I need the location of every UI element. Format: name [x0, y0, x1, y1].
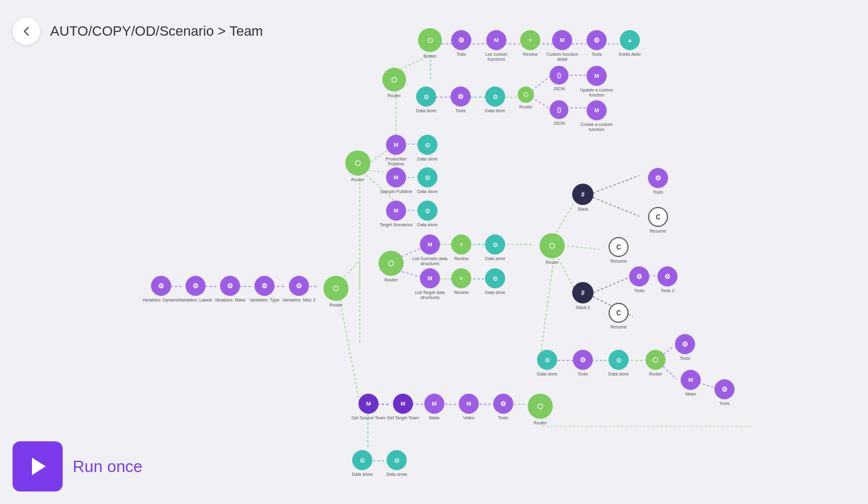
node-make-chain[interactable]: M Make: [416, 394, 453, 421]
node-tools-bottom[interactable]: ⚙ Tools: [564, 350, 602, 377]
node-router-var[interactable]: ⬡ Router: [315, 276, 357, 308]
node-tools-right-3[interactable]: ⚙ Tools 2: [649, 266, 686, 293]
node-router-5[interactable]: ⬡ Router: [531, 233, 573, 265]
node-data-store-1[interactable]: ⊙ Data store: [407, 87, 445, 113]
node-tools-bottom-2[interactable]: ⚙ Tools: [666, 334, 704, 361]
node-slack-1[interactable]: # Slack: [564, 184, 602, 212]
node-data-store-prod[interactable]: ⊙ Data store: [409, 135, 446, 162]
node-update-custom[interactable]: M Update a custom function: [575, 66, 618, 98]
breadcrumb: AUTO/COPY/OD/Scenario > Team: [50, 23, 263, 39]
play-icon: [32, 458, 46, 475]
node-tools-right-1[interactable]: ⚙ Tools: [639, 168, 677, 195]
node-resume-3[interactable]: C Resume: [600, 303, 637, 330]
node-tools-chain[interactable]: ⚙ Tools: [484, 394, 522, 421]
back-button[interactable]: [13, 18, 40, 45]
node-router-3[interactable]: ⬡ Router: [509, 87, 543, 110]
node-router-main[interactable]: ⬡ Router: [337, 150, 379, 182]
node-review-2[interactable]: ≡ Review: [442, 234, 480, 261]
flow-canvas: ⬡ Router ⚙ Todo M List custom functions …: [0, 0, 868, 504]
node-tools-2[interactable]: ⚙ Tools: [442, 87, 479, 113]
node-make-bottom[interactable]: M Make: [672, 370, 709, 397]
node-data-store-scenario[interactable]: ⊙ Data store: [476, 234, 514, 261]
node-json-1[interactable]: {} JSON: [540, 66, 578, 92]
node-router-chain[interactable]: ⬡ Router: [519, 394, 562, 426]
run-once-label: Run once: [73, 457, 142, 476]
node-json-2[interactable]: {} JSON: [540, 100, 578, 126]
node-data-store-bottom-1[interactable]: ⊙ Data store: [528, 350, 566, 377]
node-video[interactable]: M Video: [450, 394, 488, 421]
node-tools-bottom-3[interactable]: ⚙ Tools: [706, 379, 743, 406]
node-data-show-1[interactable]: ⊙ Data show: [343, 450, 381, 477]
run-once-area: Run once: [13, 441, 142, 491]
run-once-button[interactable]: [13, 441, 63, 491]
node-data-store-target[interactable]: ⊙ Data store: [409, 201, 446, 228]
node-resume-1[interactable]: C Resume: [639, 207, 677, 234]
node-data-show-2[interactable]: ⊙ Data show: [378, 450, 416, 477]
node-data-store-2[interactable]: ⊙ Data store: [476, 87, 514, 113]
node-slack-2[interactable]: # Slack 2: [564, 282, 602, 310]
node-review-3[interactable]: ≡ Review: [442, 268, 480, 295]
node-data-store-sample[interactable]: ⊙ Data store: [409, 167, 446, 194]
node-data-store-bottom-2[interactable]: ⊙ Data store: [600, 350, 637, 377]
node-create-custom[interactable]: M Create a custom function: [575, 100, 618, 133]
header: AUTO/COPY/OD/Scenario > Team: [0, 0, 868, 63]
node-router-4[interactable]: ⬡ Router: [370, 251, 412, 283]
node-data-store-3[interactable]: ⊙ Data store: [476, 268, 514, 295]
node-resume-2[interactable]: C Resume: [600, 237, 637, 264]
